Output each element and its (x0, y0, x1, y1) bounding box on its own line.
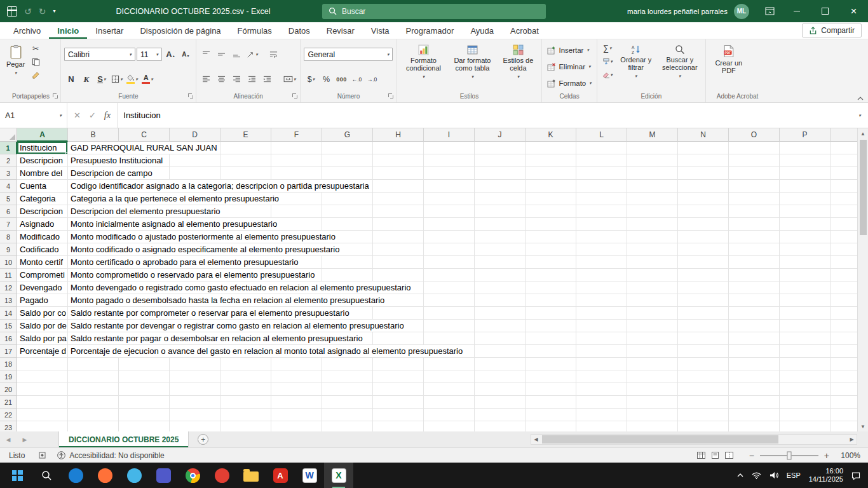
cell-N18[interactable] (678, 358, 729, 370)
cell-H9[interactable] (373, 243, 424, 256)
cell-L10[interactable] (576, 256, 627, 269)
cell-M3[interactable] (627, 167, 678, 180)
cell-A16[interactable]: Saldo por pa (17, 332, 68, 345)
cell-N22[interactable] (678, 409, 729, 421)
cell-M15[interactable] (627, 320, 678, 332)
cell-J9[interactable] (475, 243, 526, 256)
cell-A23[interactable] (17, 421, 68, 431)
cell-I9[interactable] (424, 243, 475, 256)
cell-M21[interactable] (627, 396, 678, 409)
cell-O9[interactable] (729, 243, 780, 256)
taskbar-acrobat-icon[interactable]: A (266, 463, 295, 488)
cell-partial-1[interactable] (831, 142, 857, 154)
cell-P1[interactable] (780, 142, 831, 154)
row-header-5[interactable]: 5 (0, 193, 17, 205)
cell-J22[interactable] (475, 409, 526, 421)
cell-D18[interactable] (170, 358, 220, 370)
row-header-17[interactable]: 17 (0, 345, 17, 358)
next-sheet-arrow[interactable]: ▶ (17, 431, 33, 447)
column-header-E[interactable]: E (220, 128, 271, 142)
cell-K17[interactable] (526, 345, 576, 358)
align-left-button[interactable] (200, 73, 214, 86)
cell-P3[interactable] (780, 167, 831, 180)
cell-M23[interactable] (627, 421, 678, 431)
cell-H8[interactable] (373, 231, 424, 243)
notification-center-button[interactable] (851, 471, 860, 480)
cell-P18[interactable] (780, 358, 831, 370)
sort-filter-button[interactable]: AZ Ordenar y filtrar (616, 42, 656, 92)
maximize-button[interactable] (811, 0, 839, 22)
page-break-view-button[interactable] (725, 452, 733, 459)
row-header-9[interactable]: 9 (0, 243, 17, 256)
cell-F19[interactable] (271, 370, 322, 383)
name-box[interactable]: A1 (0, 103, 67, 128)
cell-E18[interactable] (220, 358, 271, 370)
horizontal-scrollbar[interactable]: ◀ ▶ (531, 434, 857, 445)
cell-N2[interactable] (678, 154, 729, 167)
cell-J23[interactable] (475, 421, 526, 431)
cell-B11[interactable]: Monto comprometido o reservado para el e… (68, 269, 119, 281)
cell-L21[interactable] (576, 396, 627, 409)
number-dialog-launcher[interactable] (388, 93, 394, 99)
cell-A7[interactable]: Asignado (17, 218, 68, 231)
row-header-7[interactable]: 7 (0, 218, 17, 231)
cell-J5[interactable] (475, 193, 526, 205)
cell-G23[interactable] (322, 421, 373, 431)
row-header-20[interactable]: 20 (0, 383, 17, 396)
cell-I19[interactable] (424, 370, 475, 383)
cell-F22[interactable] (271, 409, 322, 421)
cell-P12[interactable] (780, 281, 831, 294)
cell-K11[interactable] (526, 269, 576, 281)
cell-partial-2[interactable] (831, 154, 857, 167)
cell-P20[interactable] (780, 383, 831, 396)
cell-N20[interactable] (678, 383, 729, 396)
vertical-scrollbar[interactable]: ▲ ▼ (857, 128, 868, 431)
cell-M4[interactable] (627, 180, 678, 193)
cell-J21[interactable] (475, 396, 526, 409)
scroll-right-arrow[interactable]: ▶ (847, 437, 857, 442)
cell-I10[interactable] (424, 256, 475, 269)
cell-K4[interactable] (526, 180, 576, 193)
search-box[interactable]: Buscar (322, 4, 546, 19)
cell-H3[interactable] (373, 167, 424, 180)
borders-button[interactable] (110, 73, 124, 86)
cell-K5[interactable] (526, 193, 576, 205)
cell-K22[interactable] (526, 409, 576, 421)
cell-B17[interactable]: Porcentaje de ejecucion o avance del gas… (68, 345, 119, 358)
orientation-button[interactable] (245, 48, 259, 61)
cell-D2[interactable] (170, 154, 220, 167)
cell-P6[interactable] (780, 205, 831, 218)
cell-B13[interactable]: Monto pagado o desembolsado hasta la fec… (68, 294, 119, 307)
row-header-12[interactable]: 12 (0, 281, 17, 294)
cell-D23[interactable] (170, 421, 220, 431)
cell-E22[interactable] (220, 409, 271, 421)
cell-K16[interactable] (526, 332, 576, 345)
new-sheet-button[interactable]: + (198, 434, 208, 445)
cell-K19[interactable] (526, 370, 576, 383)
cell-I15[interactable] (424, 320, 475, 332)
cell-E6[interactable] (220, 205, 271, 218)
customize-toolbar-button[interactable] (53, 8, 55, 14)
cell-partial-6[interactable] (831, 205, 857, 218)
cell-O20[interactable] (729, 383, 780, 396)
format-cells-button[interactable]: Formato (545, 76, 593, 90)
cell-N21[interactable] (678, 396, 729, 409)
cell-K6[interactable] (526, 205, 576, 218)
create-pdf-button[interactable]: PDF Crear un PDF (709, 42, 749, 92)
cell-P14[interactable] (780, 307, 831, 320)
cell-B22[interactable] (68, 409, 119, 421)
cell-M12[interactable] (627, 281, 678, 294)
cell-K3[interactable] (526, 167, 576, 180)
cell-G10[interactable] (322, 256, 373, 269)
cell-N11[interactable] (678, 269, 729, 281)
cell-H6[interactable] (373, 205, 424, 218)
cell-I1[interactable] (424, 142, 475, 154)
cell-E20[interactable] (220, 383, 271, 396)
cell-K13[interactable] (526, 294, 576, 307)
cell-I2[interactable] (424, 154, 475, 167)
cell-I11[interactable] (424, 269, 475, 281)
cell-F2[interactable] (271, 154, 322, 167)
cell-I21[interactable] (424, 396, 475, 409)
cell-D21[interactable] (170, 396, 220, 409)
cell-O13[interactable] (729, 294, 780, 307)
